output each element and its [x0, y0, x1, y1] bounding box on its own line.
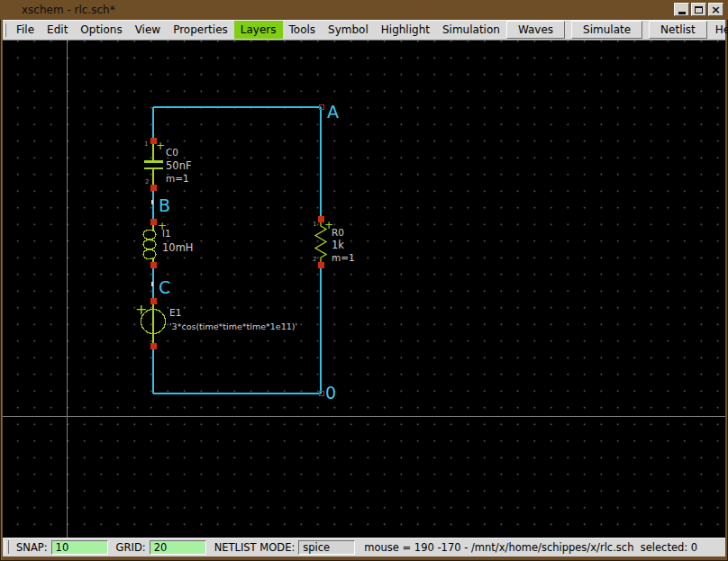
resistor-pin1-number: 1	[313, 221, 316, 228]
source-ref[interactable]: E1	[169, 307, 181, 318]
net-label-b[interactable]: B	[159, 195, 170, 215]
close-icon: ×	[711, 5, 721, 14]
net-label-c-anchor	[151, 282, 154, 286]
resistor-ref[interactable]: R0	[332, 227, 344, 238]
resistor-pin2-number: 2	[313, 256, 316, 263]
menubar: File Edit Options View Properties Layers…	[3, 20, 725, 41]
source-plus-sign: +	[135, 301, 147, 318]
menu-edit[interactable]: Edit	[41, 21, 74, 39]
resistor-mult[interactable]: m=1	[332, 252, 355, 263]
menu-options[interactable]: Options	[74, 21, 128, 39]
status-info: mouse = 190 -170 - /mnt/x/home/schippes/…	[364, 541, 697, 554]
net-label-0[interactable]: 0	[325, 383, 336, 403]
menu-properties[interactable]: Properties	[167, 21, 234, 39]
net-label-a[interactable]: A	[327, 102, 339, 122]
maximize-button[interactable]	[691, 3, 706, 16]
net-label-c[interactable]: C	[159, 277, 170, 297]
inductor-l1[interactable]: + l1 10mH	[143, 219, 193, 268]
capacitor-c0[interactable]: + 1 2 C0 50nF m=1	[144, 138, 192, 191]
menu-simulation[interactable]: Simulation	[436, 21, 506, 39]
inductor-coil	[143, 230, 156, 259]
grid-input[interactable]: 20	[150, 540, 206, 555]
inductor-value[interactable]: 10mH	[162, 241, 193, 254]
netlist-button[interactable]: Netlist	[649, 21, 707, 39]
minimize-icon	[678, 12, 686, 14]
menu-view[interactable]: View	[129, 21, 167, 39]
statusbar: SNAP: 10 GRID: 20 NETLIST MODE: spice mo…	[3, 538, 725, 556]
netlist-mode-label: NETLIST MODE:	[214, 541, 296, 554]
capacitor-ref[interactable]: C0	[166, 147, 178, 158]
source-e1[interactable]: + E1 '3*cos(time*time*time*1e11)'	[135, 298, 297, 349]
maximize-icon	[695, 6, 703, 14]
waves-button[interactable]: Waves	[506, 21, 565, 39]
minimize-button[interactable]	[674, 3, 689, 16]
menu-highlight[interactable]: Highlight	[375, 21, 436, 39]
resistor-r0[interactable]: + 1 2 R0 1k m=1	[313, 216, 355, 268]
snap-input[interactable]: 10	[51, 540, 108, 555]
capacitor-plus-sign: +	[156, 140, 165, 152]
menu-tools[interactable]: Tools	[283, 21, 323, 39]
titlebar[interactable]: xschem - rlc.sch* ×	[0, 0, 728, 20]
inductor-pin2-square	[150, 262, 157, 268]
menubar-gripper[interactable]	[5, 23, 6, 37]
source-pin2-square	[150, 343, 157, 349]
snap-label: SNAP:	[16, 541, 48, 554]
window-controls: ×	[674, 3, 723, 16]
statusbar-gripper[interactable]	[5, 540, 9, 554]
capacitor-pin1-number: 1	[144, 140, 148, 148]
capacitor-value[interactable]: 50nF	[166, 159, 192, 172]
inductor-ref[interactable]: l1	[162, 228, 171, 239]
netlist-mode-input[interactable]: spice	[298, 540, 355, 555]
simulate-button[interactable]: Simulate	[571, 21, 642, 39]
schematic-canvas[interactable]: A B C 0 + 1 2 C0 50nF m=1	[3, 41, 725, 538]
menu-layers[interactable]: Layers	[234, 21, 283, 39]
capacitor-pin2-square	[150, 185, 157, 191]
help-menu[interactable]: Help	[714, 22, 728, 38]
resistor-value[interactable]: 1k	[332, 239, 344, 251]
window-title: xschem - rlc.sch*	[22, 0, 115, 20]
net-label-b-anchor	[151, 200, 154, 204]
menu-file[interactable]: File	[10, 21, 41, 39]
capacitor-pin2-number: 2	[145, 178, 149, 185]
source-pin1-square	[150, 298, 157, 304]
xschem-window: xschem - rlc.sch* × File Edit Options Vi…	[0, 0, 728, 561]
capacitor-mult[interactable]: m=1	[166, 173, 189, 184]
menu-symbol[interactable]: Symbol	[322, 21, 375, 39]
close-button[interactable]: ×	[708, 3, 723, 16]
resistor-pin2-square	[318, 262, 324, 268]
inductor-pin1-square	[150, 219, 157, 225]
resistor-pin1-square	[318, 216, 324, 222]
grid-label: GRID:	[116, 541, 146, 554]
source-value[interactable]: '3*cos(time*time*time*1e11)'	[169, 321, 297, 331]
